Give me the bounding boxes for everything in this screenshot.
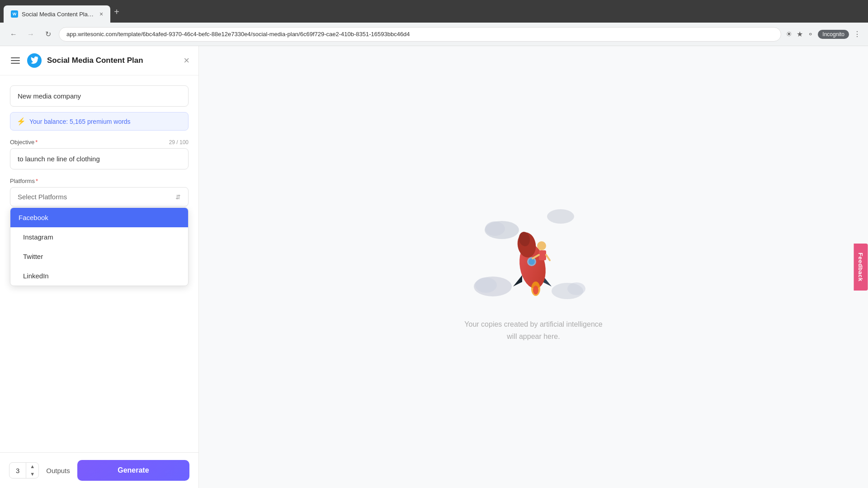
objective-label: Objective [10,139,34,145]
incognito-badge: Incognito [818,30,849,39]
tab-title: Social Media Content Plan | Writ... [22,11,94,18]
balance-text: Your balance: 5,165 premium words [29,118,131,125]
active-tab[interactable]: W Social Media Content Plan | Writ... × [4,5,110,23]
app-header: Social Media Content Plan × [0,46,198,75]
svg-line-17 [546,255,550,260]
platforms-label: Platforms [10,178,35,184]
app-title: Social Media Content Plan [47,56,143,65]
char-count: 29 / 100 [169,139,189,145]
svg-point-2 [547,209,574,224]
balance-badge: ⚡ Your balance: 5,165 premium words [10,112,189,131]
platforms-select-box[interactable]: Select Platforms ⇵ [10,187,189,206]
svg-point-1 [485,221,505,236]
outputs-decrement-button[interactable]: ▼ [26,470,38,478]
svg-marker-7 [513,275,522,286]
company-name-input[interactable] [10,85,189,107]
hamburger-button[interactable] [9,56,22,66]
platforms-select-container: Select Platforms ⇵ Facebook Instagram Tw… [10,187,189,206]
lightning-icon: ⚡ [17,117,26,126]
dropdown-item-twitter[interactable]: Twitter [10,247,188,266]
svg-point-13 [528,258,535,265]
objective-input[interactable] [10,148,189,169]
right-panel: Your copies created by artificial intell… [199,46,868,488]
platforms-required-star: * [36,178,38,184]
browser-address-bar-row: ← → ↻ app.writesonic.com/template/6bc4af… [0,23,868,46]
generate-button[interactable]: Generate [77,460,189,481]
dropdown-item-facebook[interactable]: Facebook [10,208,188,227]
new-tab-button[interactable]: + [110,3,123,21]
outputs-value: 3 [9,463,26,478]
dropdown-item-instagram[interactable]: Instagram [10,227,188,247]
svg-point-4 [475,277,497,293]
forward-button[interactable]: → [24,28,37,41]
dropdown-item-linkedin[interactable]: LinkedIn [10,266,188,286]
address-input[interactable]: app.writesonic.com/template/6bc4afed-937… [59,27,781,42]
feedback-tab[interactable]: Feedback [854,244,868,291]
platforms-group: Platforms * Select Platforms ⇵ Facebook [10,178,189,206]
objective-required-star: * [35,139,38,145]
placeholder-text: Your copies created by artificial intell… [464,318,602,343]
left-panel: Social Media Content Plan × ⚡ Your balan… [0,46,199,488]
browser-icons: ☀ ★ ⚬ Incognito ⋮ [786,30,861,39]
profile-icon[interactable]: ⚬ [807,30,813,38]
chevron-down-icon: ⇵ [175,193,181,201]
outputs-increment-button[interactable]: ▲ [26,463,38,470]
illustration [470,192,597,318]
svg-point-14 [537,241,546,250]
bottom-bar: 3 ▲ ▼ Outputs Generate [0,452,198,488]
outputs-label: Outputs [46,467,70,474]
form-area: ⚡ Your balance: 5,165 premium words Obje… [0,75,198,452]
objective-group: Objective * 29 / 100 [10,139,189,169]
menu-icon[interactable]: ⋮ [854,30,861,38]
svg-point-6 [567,282,585,295]
bookmark-icon[interactable]: ★ [797,30,803,38]
twitter-logo-icon [27,53,42,68]
cast-icon[interactable]: ☀ [786,30,792,38]
close-app-icon[interactable]: × [184,55,189,66]
svg-rect-15 [539,250,546,260]
tab-close-icon[interactable]: × [99,10,103,18]
platforms-dropdown: Facebook Instagram Twitter LinkedIn [10,207,189,286]
platforms-select-label: Select Platforms [18,193,67,201]
back-button[interactable]: ← [7,28,20,41]
outputs-stepper: 3 ▲ ▼ [9,462,39,479]
reload-button[interactable]: ↻ [42,28,54,41]
svg-point-19 [533,286,538,295]
tab-favicon: W [11,10,18,18]
